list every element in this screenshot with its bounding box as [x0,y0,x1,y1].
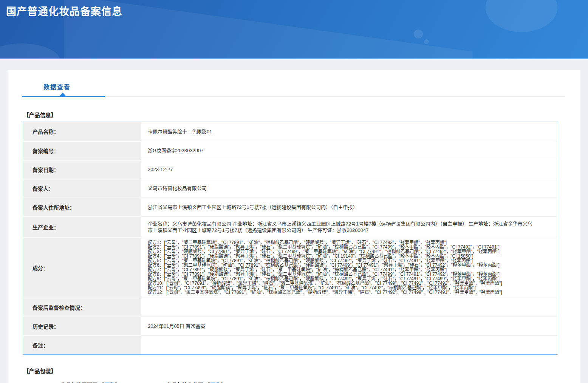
row-label: 成分： [23,237,141,298]
page-title: 国产普通化妆品备案信息 [0,0,588,18]
header-decoration-circle [424,39,429,44]
row-label: 备案人住所地址： [23,198,141,216]
section-title-packaging: 【产品包装】 [23,367,565,375]
row-label: 备案编号： [23,141,141,160]
table-row-registration-number: 备案编号： 浙G妆网备字2023032907 [23,141,558,160]
table-row-ingredients: 成分： 配方1：["云母"，"聚二甲基硅氧烷"，"CI 77891"，"矿油"，… [23,237,558,298]
tab-bar: 数据查看 [23,82,565,97]
content-card: 数据查看 【产品信息】 产品名称： 卡佩尔粉酷笑脸十二色眼影01 备案编号： 浙… [8,70,580,383]
tab-underline [23,96,565,97]
row-label: 备案人： [23,179,141,198]
packaging-flat-item: 产品包装平面图 【预览】 [60,381,120,383]
table-row-registrant-address: 备案人住所地址： 浙江省义乌市上溪镇义西工业园区上城路72号1号楼7楼（远扬建设… [23,198,558,216]
table-row-supervision-check: 备案后监督检查情况： [23,298,558,317]
packaging-3d-item: 产品包装立体图 【预览】 [166,381,226,383]
row-label: 备案后监督检查情况： [23,298,141,317]
row-value: 卡佩尔粉酷笑脸十二色眼影01 [141,122,558,141]
row-label: 产品名称： [23,122,141,141]
tab-data-view[interactable]: 数据查看 [43,82,71,96]
header-decoration-ellipse [0,43,60,59]
row-label: 备注： [23,335,141,354]
header-decoration-circle [414,29,423,39]
row-value: 2023-12-27 [141,160,558,179]
table-row-registrant: 备案人： 义乌市诗茵化妆品有限公司 [23,179,558,198]
table-row-remarks: 备注： [23,335,558,354]
row-value: 义乌市诗茵化妆品有限公司 [141,179,558,198]
table-row-history: 历史记录： 2024年01月05日 首次备案 [23,317,558,335]
formula-line: 配方12：["云母"，"聚二甲基硅氧烷"，"CI 77891"，"矿油"，"棕榈… [148,290,550,295]
table-row-manufacturer: 生产企业： 企业名称：义乌市诗茵化妆品有限公司 企业地址：浙江省义乌市上溪镇义西… [23,216,558,237]
table-row-product-name: 产品名称： 卡佩尔粉酷笑脸十二色眼影01 [23,122,558,141]
row-value-formula-list: 配方1：["云母"，"聚二甲基硅氧烷"，"CI 77891"，"矿油"，"棕榈酸… [141,237,558,298]
row-value: 2024年01月05日 首次备案 [141,317,558,335]
row-label: 历史记录： [23,317,141,335]
section-title-product-info: 【产品信息】 [23,111,565,119]
row-value: 浙G妆网备字2023032907 [141,141,558,160]
row-value [141,335,558,354]
table-row-registration-date: 备案日期： 2023-12-27 [23,160,558,179]
row-value: 浙江省义乌市上溪镇义西工业园区上城路72号1号楼7楼（远扬建设集团有限公司内）（… [141,198,558,216]
row-value [141,298,558,317]
row-value: 企业名称：义乌市诗茵化妆品有限公司 企业地址：浙江省义乌市上溪镇义西工业园区上城… [141,216,558,237]
page-header: 国产普通化妆品备案信息 [0,0,588,59]
row-label: 备案日期： [23,160,141,179]
row-label: 生产企业： [23,216,141,237]
product-info-table: 产品名称： 卡佩尔粉酷笑脸十二色眼影01 备案编号： 浙G妆网备字2023032… [23,122,558,355]
tab-arrow-icon [59,93,66,96]
packaging-links-row: 产品包装平面图 【预览】 产品包装立体图 【预览】 [60,381,565,383]
